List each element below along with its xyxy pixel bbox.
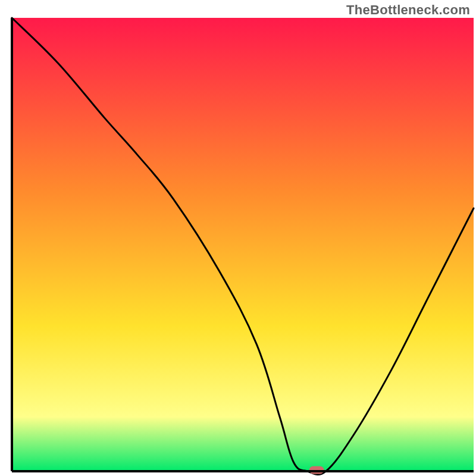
plot-area [12, 18, 474, 475]
gradient-background [12, 18, 474, 471]
bottleneck-chart [0, 0, 476, 476]
chart-frame: TheBottleneck.com [0, 0, 476, 476]
